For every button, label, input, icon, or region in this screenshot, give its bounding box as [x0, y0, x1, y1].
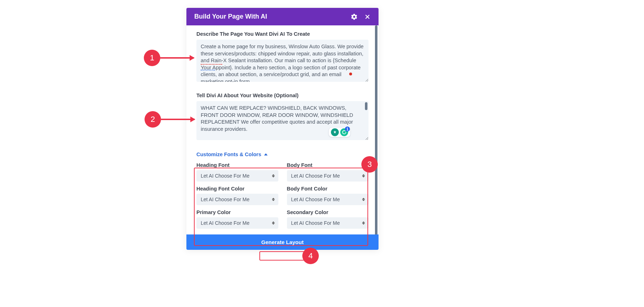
scroll-thumb[interactable] [375, 25, 377, 238]
customize-fonts-colors-toggle[interactable]: Customize Fonts & Colors [196, 152, 369, 157]
grammarly-count-badge: 1 [345, 127, 350, 132]
grammarly-widget[interactable]: 1 [328, 127, 351, 137]
modal-scrollbar[interactable] [375, 25, 377, 234]
close-icon[interactable] [364, 14, 371, 20]
modal-header: Build Your Page With AI [186, 8, 379, 25]
customize-toggle-label: Customize Fonts & Colors [196, 152, 261, 157]
body-font-label: Body Font [287, 162, 369, 168]
describe-page-label: Describe The Page You Want Divi AI To Cr… [196, 31, 369, 37]
annotation-arrow-2 [161, 119, 195, 120]
spellcheck-underline [201, 64, 222, 65]
annotation-box-4 [259, 251, 305, 261]
header-icons [351, 13, 371, 20]
annotation-box-3 [194, 168, 368, 246]
grammarly-error-dot [349, 73, 352, 75]
heading-font-label: Heading Font [196, 162, 278, 168]
grammar-underline [201, 70, 215, 70]
describe-page-textarea[interactable] [196, 40, 369, 82]
annotation-arrow-1 [160, 57, 194, 59]
grammarly-premium-icon[interactable] [331, 128, 339, 136]
chevron-up-icon [264, 153, 268, 155]
modal-title: Build Your Page With AI [194, 13, 267, 20]
annotation-circle-1: 1 [144, 50, 160, 66]
about-website-label: Tell Divi AI About Your Website (Optiona… [196, 93, 369, 98]
annotation-circle-3: 3 [361, 156, 378, 173]
grammarly-icon[interactable]: 1 [340, 128, 348, 136]
describe-page-wrap [196, 40, 369, 83]
annotation-circle-2: 2 [145, 111, 161, 128]
gear-icon[interactable] [351, 13, 358, 20]
annotation-circle-4: 4 [302, 248, 319, 264]
about-website-wrap: 1 [196, 101, 369, 142]
